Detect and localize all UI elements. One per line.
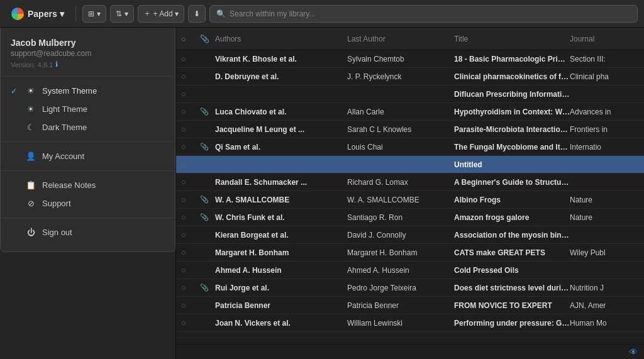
header-authors[interactable]: Authors — [215, 35, 347, 43]
table-row[interactable]: ○ Randall E. Schumacker ... Richard G. L… — [176, 174, 644, 191]
add-button[interactable]: ＋ + Add ▾ — [138, 5, 184, 23]
table-row[interactable]: ○ Untitled — [176, 156, 644, 174]
row-authors: Kieran Borgeat et al. — [215, 231, 347, 240]
search-bar[interactable]: 🔍 Search within my library... — [209, 5, 638, 23]
light-theme-icon: ☀ — [26, 104, 36, 114]
header-checkbox: ○ — [181, 35, 200, 43]
row-authors: Vikrant K. Bhosle et al. — [215, 55, 347, 64]
row-checkbox[interactable]: ○ — [181, 318, 200, 328]
row-title: Diflucan Prescribing Information — [454, 90, 570, 99]
row-last-author: Sarah C L Knowles — [347, 125, 454, 134]
row-checkbox[interactable]: ○ — [181, 248, 200, 257]
sort-chevron: ▾ — [125, 9, 128, 18]
row-checkbox[interactable]: ○ — [181, 265, 200, 275]
app-name: Papers ▾ — [28, 9, 64, 19]
row-checkbox[interactable]: ○ — [181, 213, 200, 222]
row-title: Clinical pharmacokinetics of fluconazole… — [454, 72, 570, 81]
row-authors: W. A. SMALLCOMBE — [215, 196, 347, 204]
sort-button[interactable]: ⇅ ▾ — [110, 5, 134, 23]
table-row[interactable]: ○ Ahmed A. Hussein Ahmed A. Hussein Cold… — [176, 262, 644, 279]
row-attach: 📎 — [200, 213, 215, 221]
add-label: + Add ▾ — [153, 9, 179, 18]
row-authors: Patricia Benner — [215, 301, 347, 310]
table-row[interactable]: ○ Diflucan Prescribing Information — [176, 86, 644, 103]
import-icon: ⬇ — [194, 9, 200, 18]
table-row[interactable]: ○ D. Debruyne et al. J. P. Ryckelynck Cl… — [176, 68, 644, 86]
dark-theme-item[interactable]: ☾ Dark Theme — [1, 118, 175, 136]
row-checkbox[interactable]: ○ — [181, 72, 200, 81]
row-attach: 📎 — [200, 284, 215, 292]
horizontal-scrollbar[interactable] — [176, 338, 644, 344]
table-row[interactable]: ○ Kieran Borgeat et al. David J. Connoll… — [176, 226, 644, 244]
signout-icon: ⏻ — [26, 228, 36, 237]
system-theme-item[interactable]: ✓ ☀ System Theme — [1, 82, 175, 100]
support-item[interactable]: ⊘ Support — [1, 194, 175, 213]
sidebar: DIS MY 🗂 Awesome List SHARED LIBRARIES ⊕… — [0, 28, 176, 359]
logo-icon — [11, 8, 24, 20]
row-journal: Nutrition J — [570, 284, 639, 292]
row-checkbox[interactable]: ○ — [181, 142, 200, 152]
row-checkbox[interactable]: ○ — [181, 195, 200, 204]
row-checkbox[interactable]: ○ — [181, 283, 200, 292]
light-theme-item[interactable]: ☀ Light Theme — [1, 100, 175, 118]
row-title: Untitled — [454, 160, 570, 169]
row-journal: AJN, Amer — [570, 301, 639, 310]
release-notes-item[interactable]: 📋 Release Notes — [1, 176, 175, 194]
topbar-separator — [75, 6, 76, 21]
grid-icon: ⊞ — [88, 9, 94, 18]
row-journal: Nature — [570, 196, 639, 204]
row-checkbox[interactable]: ○ — [181, 160, 200, 169]
row-title: Association of the myosin binding protei… — [454, 231, 570, 240]
table-row[interactable]: ○ Joan N. Vickers et al. William Lewinsk… — [176, 314, 644, 332]
row-attach: 📎 — [200, 143, 215, 151]
row-attach: 📎 — [200, 108, 215, 116]
table-row[interactable]: ○ 📎 W. A. SMALLCOMBE W. A. SMALLCOMBE Al… — [176, 191, 644, 209]
table-header: ○ 📎 Authors Last Author Title Journal — [176, 28, 644, 50]
import-button[interactable]: ⬇ — [188, 5, 206, 23]
row-title: Does diet strictness level during weeken… — [454, 284, 570, 292]
row-checkbox[interactable]: ○ — [181, 301, 200, 310]
system-theme-icon: ☀ — [26, 86, 36, 96]
header-journal[interactable]: Journal — [570, 35, 639, 43]
table-row[interactable]: ○ Daniel M. Cable et al. Timothy A. Judg… — [176, 332, 644, 338]
row-checkbox[interactable]: ○ — [181, 177, 200, 187]
table-row[interactable]: ○ 📎 Qi Sam et al. Louis Chai The Fungal … — [176, 138, 644, 156]
view-button[interactable]: ⊞ ▾ — [82, 5, 106, 23]
row-checkbox[interactable]: ○ — [181, 89, 200, 99]
dark-theme-label: Dark Theme — [42, 123, 87, 132]
row-checkbox[interactable]: ○ — [181, 124, 200, 134]
table-row[interactable]: ○ 📎 W. Chris Funk et al. Santiago R. Ron… — [176, 209, 644, 226]
row-authors: W. Chris Funk et al. — [215, 213, 347, 222]
row-last-author: Patricia Benner — [347, 301, 454, 310]
row-checkbox[interactable]: ○ — [181, 54, 200, 64]
row-last-author: Margaret H. Bonham — [347, 248, 454, 257]
content-area: ○ 📎 Authors Last Author Title Journal ○ … — [176, 28, 644, 359]
sign-out-label: Sign out — [42, 228, 72, 237]
table-row[interactable]: ○ Jacqueline M Leung et ... Sarah C L Kn… — [176, 121, 644, 138]
account-icon: 👤 — [26, 152, 36, 161]
table-row[interactable]: ○ 📎 Luca Chiovato et al. Allan Carle Hyp… — [176, 103, 644, 121]
table-row[interactable]: ○ 📎 Rui Jorge et al. Pedro Jorge Teixeir… — [176, 279, 644, 297]
eye-icon[interactable]: 👁 — [629, 347, 638, 357]
row-authors: Qi Sam et al. — [215, 143, 347, 152]
table-row[interactable]: ○ Vikrant K. Bhosle et al. Sylvain Chemt… — [176, 50, 644, 68]
account-section: 👤 My Account — [1, 142, 175, 171]
row-title: Parasite-Microbiota Interactions With th… — [454, 125, 570, 134]
table-row[interactable]: ○ Margaret H. Bonham Margaret H. Bonham … — [176, 244, 644, 262]
main-layout: DIS MY 🗂 Awesome List SHARED LIBRARIES ⊕… — [0, 28, 644, 359]
table-row[interactable]: ○ Patricia Benner Patricia Benner FROM N… — [176, 297, 644, 314]
row-checkbox[interactable]: ○ — [181, 107, 200, 116]
search-placeholder: Search within my library... — [230, 9, 315, 18]
sign-out-item[interactable]: ⏻ Sign out — [1, 223, 175, 241]
row-journal: Internatio — [570, 143, 639, 152]
row-journal: Nature — [570, 213, 639, 222]
header-last-author[interactable]: Last Author — [347, 35, 454, 43]
row-last-author: Allan Carle — [347, 108, 454, 116]
row-checkbox[interactable]: ○ — [181, 230, 200, 240]
app-logo[interactable]: Papers ▾ — [6, 8, 69, 20]
row-last-author: William Lewinski — [347, 319, 454, 328]
header-title[interactable]: Title — [454, 35, 570, 43]
row-journal: Frontiers in — [570, 125, 639, 134]
user-email: support@readcube.com — [11, 49, 165, 58]
my-account-item[interactable]: 👤 My Account — [1, 147, 175, 165]
